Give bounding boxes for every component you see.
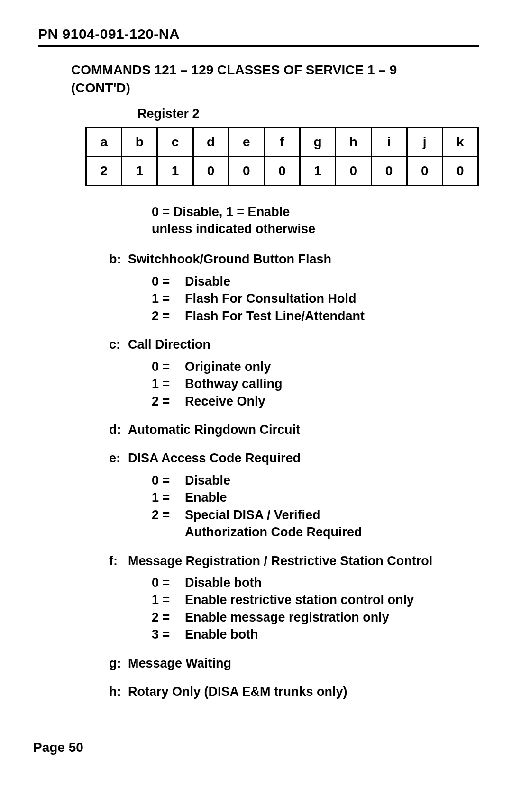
entry-d-key: d: (109, 421, 128, 438)
entry-b-opt1-text: Flash For Consultation Hold (185, 290, 356, 307)
reg-hdr-h: h (336, 127, 371, 156)
legend-line1: 0 = Disable, 1 = Enable (152, 203, 460, 220)
reg-val-g: 1 (300, 156, 336, 185)
entry-f-options: 0 =Disable both 1 =Enable restrictive st… (152, 574, 460, 643)
entry-f-label: Message Registration / Restrictive Stati… (128, 552, 460, 569)
entry-g: g: Message Waiting (109, 655, 460, 672)
entry-b-key: b: (109, 251, 128, 268)
entry-b-options: 0 =Disable 1 =Flash For Consultation Hol… (152, 273, 460, 325)
entry-f-opt3-lead: 3 = (152, 626, 185, 643)
reg-hdr-d: d (193, 127, 229, 156)
entry-e-opt1-text: Enable (185, 489, 227, 506)
entry-f-opt2-lead: 2 = (152, 609, 185, 626)
entry-g-key: g: (109, 655, 128, 672)
reg-val-j: 0 (407, 156, 442, 185)
entry-e-opt2-lead: 2 = (152, 506, 185, 523)
reg-hdr-j: j (407, 127, 442, 156)
entry-b: b: Switchhook/Ground Button Flash 0 =Dis… (109, 251, 460, 325)
reg-val-b: 1 (122, 156, 157, 185)
register-label: Register 2 (137, 107, 479, 121)
reg-val-f: 0 (264, 156, 300, 185)
entry-c-label: Call Direction (128, 336, 210, 353)
entry-b-label: Switchhook/Ground Button Flash (128, 251, 331, 268)
reg-val-a: 2 (86, 156, 122, 185)
section-title-line2: (CONT'D) (71, 79, 474, 97)
document-id-header: PN 9104-091-120-NA (38, 26, 479, 47)
entry-f-opt1-text: Enable restrictive station control only (185, 591, 414, 608)
reg-hdr-g: g (300, 127, 336, 156)
entry-e-options: 0 =Disable 1 =Enable 2 =Special DISA / V… (152, 472, 460, 541)
reg-hdr-i: i (371, 127, 407, 156)
entry-f-opt3-text: Enable both (185, 626, 258, 643)
entry-f-opt0-text: Disable both (185, 574, 262, 591)
entry-d-label: Automatic Ringdown Circuit (128, 421, 300, 438)
entry-c-opt2-lead: 2 = (152, 393, 185, 410)
reg-hdr-e: e (229, 127, 264, 156)
entry-e-opt1-lead: 1 = (152, 489, 185, 506)
reg-hdr-f: f (264, 127, 300, 156)
entry-e-opt2-text: Special DISA / Verified (185, 506, 320, 523)
reg-hdr-c: c (157, 127, 193, 156)
entry-f-opt2-text: Enable message registration only (185, 609, 389, 626)
page-footer: Page 50 (33, 740, 83, 755)
entry-c-key: c: (109, 336, 128, 353)
entry-c-opt0-text: Originate only (185, 358, 271, 375)
entry-h-label: Rotary Only (DISA E&M trunks only) (128, 683, 347, 700)
reg-hdr-b: b (122, 127, 157, 156)
reg-val-k: 0 (442, 156, 478, 185)
reg-val-d: 0 (193, 156, 229, 185)
entry-e-opt0-lead: 0 = (152, 472, 185, 489)
entry-c-opt0-lead: 0 = (152, 358, 185, 375)
entry-e-label: DISA Access Code Required (128, 450, 301, 467)
entry-f-opt1-lead: 1 = (152, 591, 185, 608)
reg-val-i: 0 (371, 156, 407, 185)
entry-b-opt2-text: Flash For Test Line/Attendant (185, 307, 365, 325)
entry-f-opt0-lead: 0 = (152, 574, 185, 591)
section-title: COMMANDS 121 – 129 CLASSES OF SERVICE 1 … (71, 61, 474, 97)
entry-c-opt1-lead: 1 = (152, 375, 185, 392)
legend: 0 = Disable, 1 = Enable unless indicated… (152, 203, 460, 238)
reg-val-h: 0 (336, 156, 371, 185)
entry-g-label: Message Waiting (128, 655, 231, 672)
entry-h-key: h: (109, 683, 128, 700)
entry-b-opt1-lead: 1 = (152, 290, 185, 307)
entry-e-key: e: (109, 450, 128, 467)
body-block: 0 = Disable, 1 = Enable unless indicated… (109, 203, 460, 701)
legend-line2: unless indicated otherwise (152, 220, 460, 237)
entry-f-key: f: (109, 552, 128, 569)
entry-b-opt0-text: Disable (185, 273, 230, 290)
entry-b-opt0-lead: 0 = (152, 273, 185, 290)
entry-b-opt2-lead: 2 = (152, 307, 185, 325)
entry-f: f: Message Registration / Restrictive St… (109, 552, 460, 643)
reg-hdr-a: a (86, 127, 122, 156)
reg-hdr-k: k (442, 127, 478, 156)
entry-h: h: Rotary Only (DISA E&M trunks only) (109, 683, 460, 700)
register-header-row: a b c d e f g h i j k (86, 127, 478, 156)
entry-e-opt2-cont: Authorization Code Required (185, 523, 460, 541)
entry-c-options: 0 =Originate only 1 =Bothway calling 2 =… (152, 358, 460, 410)
section-title-line1: COMMANDS 121 – 129 CLASSES OF SERVICE 1 … (71, 61, 474, 79)
entry-c-opt1-text: Bothway calling (185, 375, 283, 392)
entry-c-opt2-text: Receive Only (185, 393, 265, 410)
reg-val-c: 1 (157, 156, 193, 185)
page: PN 9104-091-120-NA COMMANDS 121 – 129 CL… (0, 0, 512, 812)
entry-e-opt0-text: Disable (185, 472, 230, 489)
reg-val-e: 0 (229, 156, 264, 185)
entry-c: c: Call Direction 0 =Originate only 1 =B… (109, 336, 460, 410)
register-table: a b c d e f g h i j k 2 1 1 0 0 0 1 0 0 … (85, 127, 479, 186)
register-value-row: 2 1 1 0 0 0 1 0 0 0 0 (86, 156, 478, 185)
entry-e: e: DISA Access Code Required 0 =Disable … (109, 450, 460, 541)
entry-d: d: Automatic Ringdown Circuit (109, 421, 460, 438)
